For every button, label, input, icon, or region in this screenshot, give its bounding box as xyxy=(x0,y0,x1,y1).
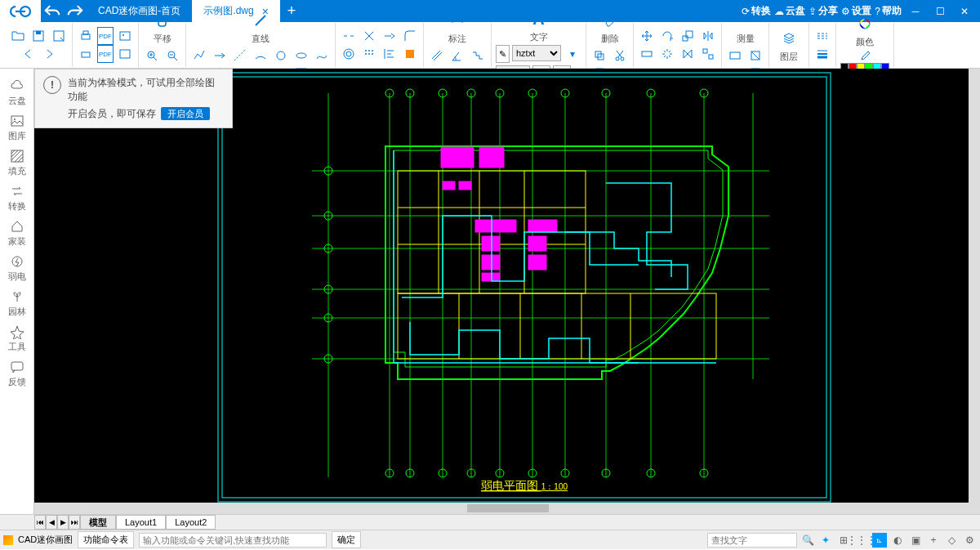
saveas-icon[interactable] xyxy=(50,27,68,45)
share-button[interactable]: ⇪ 分享 xyxy=(808,4,838,18)
osnap-icon[interactable]: ▣ xyxy=(908,533,923,548)
dim-angle-icon[interactable] xyxy=(448,47,466,65)
open-icon[interactable] xyxy=(9,27,27,45)
sidebar-item-tools[interactable]: 工具 xyxy=(1,321,33,356)
snap-icon[interactable]: ✦ xyxy=(818,533,833,548)
forward-icon[interactable] xyxy=(40,45,58,63)
settings-gear-icon[interactable]: ⚙ xyxy=(962,533,977,548)
align-icon[interactable] xyxy=(381,45,399,63)
lineweight-icon[interactable] xyxy=(813,45,831,63)
linetype-icon[interactable] xyxy=(813,27,831,45)
ellipse-icon[interactable] xyxy=(292,47,310,65)
font-pointer-icon[interactable]: ✎ xyxy=(496,45,510,63)
color-tool[interactable]: 颜色 xyxy=(849,11,880,50)
drawing-canvas[interactable]: ! 当前为体验模式，可试用全部绘图功能 开启会员，即可保存开启会员 xyxy=(34,69,980,514)
image-export-icon[interactable] xyxy=(116,27,134,45)
search-icon[interactable]: 🔍 xyxy=(800,533,815,548)
arc-icon[interactable] xyxy=(252,47,270,65)
delete-tool[interactable]: 删除 xyxy=(595,8,626,47)
back-icon[interactable] xyxy=(20,45,38,63)
ray-icon[interactable] xyxy=(211,47,229,65)
measure-tool[interactable]: 测量 xyxy=(730,8,761,47)
zoom-in-icon[interactable] xyxy=(143,47,161,65)
line-tool[interactable]: 直线 xyxy=(245,8,276,47)
grid2-icon[interactable]: ⋮⋮⋮ xyxy=(854,533,869,548)
print2-icon[interactable] xyxy=(77,45,95,63)
group-icon[interactable] xyxy=(699,45,717,63)
text-tool[interactable]: A 文字 xyxy=(523,7,555,45)
redo-icon[interactable] xyxy=(66,2,84,20)
polyline-icon[interactable] xyxy=(190,47,208,65)
angle-icon[interactable]: ◇ xyxy=(944,533,959,548)
pdf-icon[interactable]: PDF xyxy=(97,27,114,45)
ortho-icon[interactable]: ⊾ xyxy=(872,533,887,548)
find-text-input[interactable] xyxy=(707,533,797,548)
sidebar-item-convert[interactable]: 转换 xyxy=(1,181,33,216)
eyedropper-icon[interactable] xyxy=(856,50,874,63)
spline-icon[interactable] xyxy=(313,47,331,65)
zoom-out-icon[interactable] xyxy=(163,47,181,65)
dim-linear-icon[interactable] xyxy=(428,47,446,65)
cut-icon[interactable] xyxy=(611,47,629,65)
close-icon[interactable]: ✕ xyxy=(954,3,975,20)
pdf2-icon[interactable]: PDF xyxy=(97,45,114,63)
minimize-icon[interactable]: ─ xyxy=(905,3,926,20)
undo-icon[interactable] xyxy=(43,2,61,20)
save-icon[interactable] xyxy=(29,27,47,45)
svg-rect-37 xyxy=(686,31,693,38)
sidebar-item-garden[interactable]: 园林 xyxy=(1,286,33,321)
horizontal-scrollbar[interactable] xyxy=(34,503,980,514)
extend-icon[interactable] xyxy=(381,27,399,45)
sidebar-item-electric[interactable]: 弱电 xyxy=(1,251,33,286)
tab-model[interactable]: 模型 xyxy=(80,515,116,530)
sidebar-item-home[interactable]: 家装 xyxy=(1,216,33,251)
command-input[interactable] xyxy=(139,533,327,548)
break-icon[interactable] xyxy=(340,27,358,45)
area-icon[interactable] xyxy=(746,47,764,65)
scale-icon[interactable] xyxy=(679,27,697,45)
vertical-scrollbar[interactable] xyxy=(969,69,980,503)
move-icon[interactable] xyxy=(638,27,656,45)
export2-icon[interactable] xyxy=(116,45,134,63)
tab-layout1[interactable]: Layout1 xyxy=(116,515,166,530)
polar-icon[interactable]: ◐ xyxy=(890,533,905,548)
mirror2-icon[interactable] xyxy=(679,45,697,63)
upgrade-button[interactable]: 开启会员 xyxy=(161,107,210,120)
new-tab-icon[interactable]: + xyxy=(283,2,301,20)
dist-icon[interactable] xyxy=(726,47,744,65)
tab-nav[interactable]: ⏮◀▶⏭ xyxy=(34,515,80,530)
xline-icon[interactable] xyxy=(231,47,249,65)
hand-icon xyxy=(152,10,173,31)
font-more-icon[interactable]: ▾ xyxy=(564,45,581,63)
rotate-icon[interactable] xyxy=(658,27,676,45)
annotate-tool[interactable]: 标注 xyxy=(442,8,473,47)
dim-radius-icon[interactable] xyxy=(469,47,487,65)
cmd-table-button[interactable]: 功能命令表 xyxy=(78,531,134,548)
sidebar-item-feedback[interactable]: 反馈 xyxy=(1,356,33,391)
trim-icon[interactable] xyxy=(360,27,378,45)
line-icon xyxy=(250,10,271,31)
explode-icon[interactable] xyxy=(658,45,676,63)
copy-icon[interactable] xyxy=(590,47,608,65)
print-icon[interactable] xyxy=(77,27,95,45)
confirm-button[interactable]: 确定 xyxy=(332,531,361,548)
eraser-icon xyxy=(599,10,621,31)
array-icon[interactable] xyxy=(360,45,378,63)
mirror-icon[interactable] xyxy=(699,27,717,45)
offset-icon[interactable] xyxy=(340,45,358,63)
fillet-icon[interactable] xyxy=(401,27,419,45)
cloud-button[interactable]: ☁ 云盘 xyxy=(774,4,805,18)
tab-layout2[interactable]: Layout2 xyxy=(166,515,216,530)
sidebar-item-hatch[interactable]: 填充 xyxy=(1,145,33,181)
sidebar-item-cloud[interactable]: 云盘 xyxy=(1,75,33,110)
layer-tool[interactable]: 图层 xyxy=(773,26,804,65)
stretch-icon[interactable] xyxy=(638,45,656,63)
sidebar-item-gallery[interactable]: 图库 xyxy=(1,110,33,145)
add-icon[interactable]: + xyxy=(926,533,941,548)
pan-tool[interactable]: 平移 xyxy=(147,8,178,47)
circle-icon[interactable] xyxy=(272,47,290,65)
font-select[interactable]: hztxt xyxy=(512,45,561,61)
svg-point-47 xyxy=(14,118,16,120)
maximize-icon[interactable]: ☐ xyxy=(929,3,951,20)
block-icon[interactable] xyxy=(401,45,419,63)
